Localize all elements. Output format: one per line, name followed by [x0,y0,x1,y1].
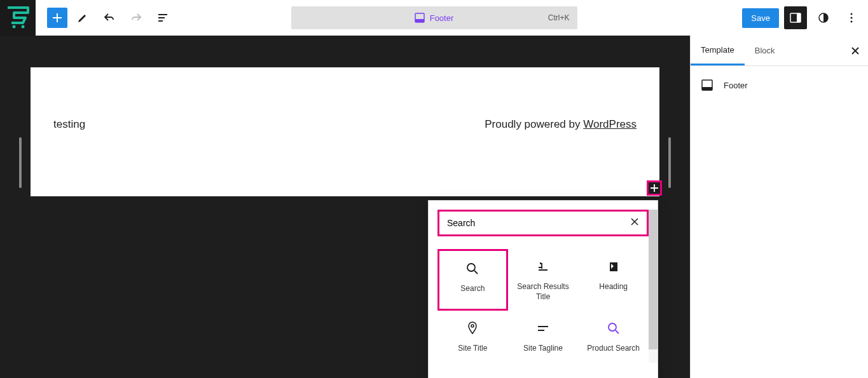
block-item-product-search[interactable]: Product Search [578,311,649,363]
product-search-icon [607,320,621,337]
template-part-icon [701,79,713,91]
main-area: testing Proudly powered by WordPress [0,36,868,378]
block-label: Heading [599,282,628,292]
sidebar-template-label: Footer [724,81,748,90]
svg-rect-3 [415,19,424,22]
svg-point-12 [471,325,474,327]
svg-point-8 [851,17,853,19]
tagline-icon [536,320,550,337]
document-bar[interactable]: Footer Ctrl+K [291,6,577,29]
more-vertical-icon [845,11,858,24]
svg-point-9 [851,21,853,23]
scrollbar-thumb[interactable] [649,210,658,349]
block-item-site-tagline[interactable]: Site Tagline [508,311,579,363]
block-label: Search [460,284,485,294]
clear-search-button[interactable] [630,217,639,229]
block-label: Site Tagline [523,344,563,354]
block-appender-button[interactable] [647,180,662,196]
tab-template[interactable]: Template [691,36,745,65]
save-button[interactable]: Save [742,8,779,28]
redo-icon [130,11,142,24]
inserter-results-grid: Search Search Results Title Heading Site… [429,243,658,378]
undo-icon [103,11,116,24]
title-icon [536,258,550,276]
svg-rect-5 [797,13,801,22]
pin-icon [466,320,479,337]
search-icon [465,260,479,278]
tab-block[interactable]: Block [745,36,785,65]
toolbar-left [36,6,174,29]
svg-point-1 [22,25,25,29]
contrast-icon [817,11,830,24]
block-item-search[interactable]: Search [437,249,508,311]
svg-rect-11 [610,262,617,271]
tools-button[interactable] [71,6,94,29]
inserter-scrollbar[interactable] [649,210,658,363]
block-inserter-popover: Search Search Results Title Heading Site… [428,200,658,378]
top-toolbar: Footer Ctrl+K Save [0,0,868,36]
template-part-icon [415,13,425,23]
block-label: Search Results Title [511,282,576,302]
plus-icon [649,183,659,193]
block-label: Product Search [587,344,640,354]
inserter-search-box [437,210,649,236]
document-shortcut: Ctrl+K [548,13,570,22]
svg-point-7 [851,13,853,15]
toolbar-right: Save [742,6,868,29]
close-sidebar-button[interactable] [848,43,863,58]
svg-rect-15 [702,87,712,90]
canvas-area: testing Proudly powered by WordPress [0,36,690,378]
styles-button[interactable] [812,6,835,29]
redo-button[interactable] [125,6,148,29]
editor-canvas[interactable]: testing Proudly powered by WordPress [31,67,659,196]
add-block-button[interactable] [47,8,67,28]
resize-handle-left[interactable] [19,137,22,188]
plus-icon [51,11,64,24]
list-icon [156,11,169,24]
sidebar-tabs: Template Block [691,36,868,66]
credits-prefix: Proudly powered by [485,118,583,130]
document-label: Footer [430,13,454,23]
close-icon [851,46,860,55]
resize-handle-right[interactable] [668,137,671,188]
svg-point-10 [467,264,475,271]
sidebar-body: Footer [691,66,868,104]
undo-button[interactable] [98,6,121,29]
sidebar-template-row[interactable]: Footer [701,79,858,91]
credits-link[interactable]: WordPress [583,118,637,130]
settings-sidebar: Template Block Footer [690,36,868,378]
svg-point-0 [13,25,16,29]
site-logo[interactable] [0,0,36,36]
block-item-site-title[interactable]: Site Title [437,311,508,363]
svg-point-13 [609,323,616,331]
heading-icon [608,258,619,276]
block-item-search-results-title[interactable]: Search Results Title [508,249,579,311]
pencil-icon [76,11,89,24]
close-icon [630,217,639,226]
sidebar-icon [789,11,802,24]
details-button[interactable] [151,6,174,29]
inserter-search-input[interactable] [447,218,624,228]
document-bar-center: Footer [415,13,454,23]
inserter-search-wrap [429,201,658,243]
block-item-heading[interactable]: Heading [578,249,649,311]
settings-toggle[interactable] [784,6,807,29]
cart-logo-icon [5,6,31,29]
block-label: Site Title [458,344,487,354]
options-button[interactable] [840,6,863,29]
canvas-credits[interactable]: Proudly powered by WordPress [485,118,637,131]
